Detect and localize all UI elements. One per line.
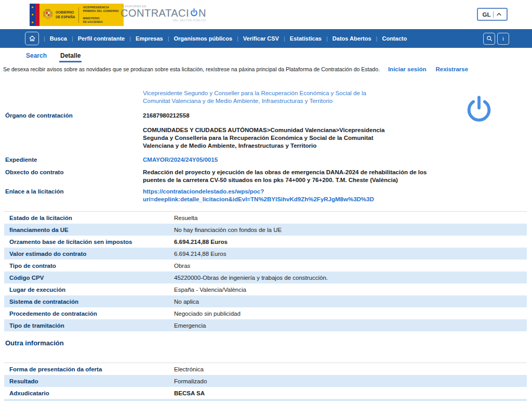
nav-separator: | [163,35,174,42]
nav-item-verificar-csv[interactable]: Verificar CSV [243,35,279,42]
licitacion-data-table: Estado de la licitación Resuelta financi… [4,211,527,331]
obxecto-contrato-value: Redacción del proyecto y ejecución de la… [143,169,449,184]
gobierno-logo-yellow-panel: GOBIERNO DE ESPAÑA VICEPRESIDENCIA PRIME… [39,4,124,26]
gobierno-label: GOBIERNO DE ESPAÑA [56,10,75,19]
table-row: Valor estimado do contrato 6.694.214,88 … [4,248,527,260]
organo-contratacion-path: COMUNIDADES Y CIUDADES AUTÓNOMAS>Comunid… [143,126,387,150]
logo-main-text: CONTRATACI N [121,8,206,18]
table-row: Orzamento base de licitación sen imposto… [4,236,527,248]
table-row: Lugar de execución España - Valencia/Val… [4,283,527,295]
main-navigation: | Busca | Perfil contratante | Empresas … [0,29,532,48]
table-row: Forma de presentación da oferta Electrón… [4,363,527,375]
expediente-link[interactable]: CMAYOR/2024/24Y05/0015 [143,156,218,164]
table-row: Procedemento de contratación Negociado s… [4,307,527,319]
table-row: Código CPV 45220000-Obras de ingeniería … [4,271,527,283]
registration-notice: Se desexa recibir avisos sobre as novida… [3,66,468,72]
table-row: Sistema de contratación No aplica [4,295,527,307]
nav-info-button[interactable]: i [497,33,509,45]
page-header: ★★★ GOBIERNO DE ESPAÑA [0,0,532,29]
enlace-licitacion-label: Enlace a la licitación [5,188,143,203]
enlace-licitacion-link[interactable]: https://contrataciondelestado.es/wps/poc… [143,188,449,203]
tab-detalle[interactable]: Detalle [59,52,82,62]
language-code: GL [483,11,491,18]
nav-item-perfil-contratante[interactable]: Perfil contratante [78,35,125,42]
login-link[interactable]: Iniciar sesión [388,66,427,72]
language-divider [493,11,494,18]
search-icon [486,35,493,42]
outra-informacion-table: Forma de presentación da oferta Electrón… [4,363,527,401]
home-icon [28,34,36,43]
organo-contratacion-label: Órgano de contratación [5,112,143,120]
logo-bottom-caption: DEL SECTOR PÚBLICO [121,19,206,22]
nav-separator: | [322,35,332,42]
logo-power-icon [190,8,198,18]
outra-informacion-heading: Outra información [5,339,64,347]
tab-bar: Search Detalle [0,48,532,62]
table-row: Adxudicatario BECSA SA [4,387,527,399]
nav-separator: | [39,35,50,42]
nav-separator: | [279,35,290,42]
tab-search[interactable]: Search [26,52,47,62]
licitacion-detail-header: Vicepresidente Segundo y Conseller para … [5,89,462,203]
power-button-icon [464,94,494,124]
home-button[interactable] [25,32,39,45]
organo-contratacion-id: 21687980212558 [143,112,190,120]
table-row-partial [4,399,527,401]
info-icon: i [502,35,504,42]
coat-of-arms-icon [43,8,52,22]
logo-divider [78,7,79,23]
gobierno-de-espana-logo[interactable]: ★★★ GOBIERNO DE ESPAÑA [30,4,124,26]
nav-item-contacto[interactable]: Contacto [382,35,407,42]
notice-text: Se desexa recibir avisos sobre as novida… [3,66,380,72]
nav-item-datos-abertos[interactable]: Datos Abertos [332,35,371,42]
language-selector-button[interactable]: GL [477,8,508,21]
nav-item-organismos-publicos[interactable]: Organismos públicos [174,35,232,42]
nav-search-button[interactable] [483,33,495,45]
expediente-label: Expediente [5,156,143,164]
nav-item-empresas[interactable]: Empresas [136,35,163,42]
organo-contratacion-link[interactable]: Vicepresidente Segundo y Conseller para … [143,89,378,105]
ministry-label: VICEPRESIDENCIA PRIMERA DEL GOBIERNO MIN… [83,6,118,24]
obxecto-contrato-label: Obxecto do contrato [5,169,143,184]
nav-separator: | [371,35,382,42]
chevron-up-icon [496,11,502,17]
table-row: Estado de la licitación Resuelta [4,212,527,224]
table-row: Resultado Formalizado [4,375,527,387]
eu-flag-stars: ★★★ [30,4,35,26]
nav-separator: | [232,35,243,42]
spain-flag-red-stripe [35,4,39,26]
nav-item-busca[interactable]: Busca [50,35,67,42]
nav-item-estatisticas[interactable]: Estatísticas [290,35,322,42]
nav-separator: | [67,35,78,42]
table-row: financiamento da UE No hay financiación … [4,224,527,236]
register-link[interactable]: Rexistrarse [435,66,468,72]
nav-separator: | [125,35,136,42]
table-row: Tipo de tramitación Emergencia [4,319,527,331]
table-row: Tipo de contrato Obras [4,260,527,271]
plataforma-contratacion-logo[interactable]: PLATAFORMA DE CONTRATACI N DEL SECTOR PÚ… [121,5,206,22]
